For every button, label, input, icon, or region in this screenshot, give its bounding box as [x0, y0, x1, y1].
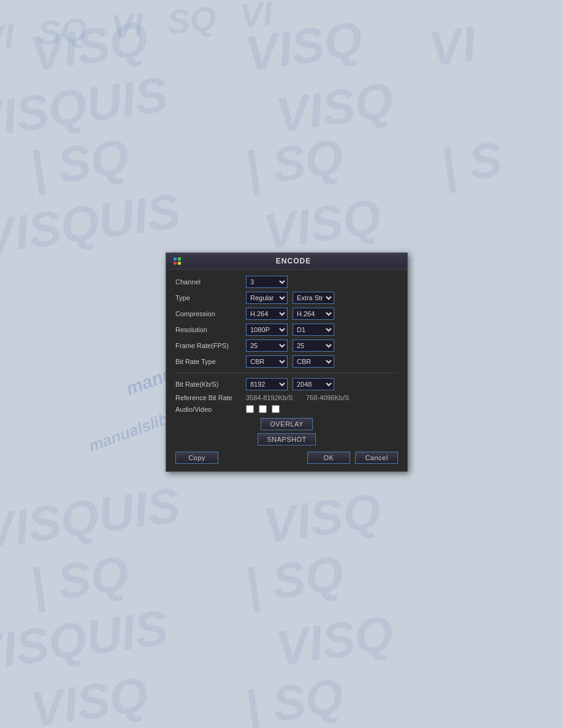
ref-bit-rate-row: Reference Bit Rate 3584-8192Kb/S 768-409… [175, 394, 398, 401]
bit-rate-type-select-left[interactable]: CBR VBR [246, 355, 288, 368]
audio-video-row: Audio/Video [175, 405, 398, 413]
bit-rate-type-select-right[interactable]: CBR VBR [293, 355, 334, 368]
audio-video-checkboxes [246, 405, 280, 413]
svg-rect-0 [174, 257, 177, 260]
dialog-body: Channel 3 1 2 4 Type Regular Motion Alar… [166, 270, 407, 471]
bit-rate-select-right[interactable]: 2048 1024 512 256 [293, 378, 334, 390]
bottom-left: Copy [175, 452, 307, 464]
type-select-right[interactable]: Extra Stream1 Extra Stream2 [293, 292, 334, 304]
channel-controls: 3 1 2 4 [246, 276, 288, 288]
compression-select-right[interactable]: H.264 MJPEG [293, 308, 334, 320]
overlay-snapshot-buttons: OVERLAY SNAPSHOT [175, 418, 398, 446]
bit-rate-label: Bit Rate(Kb/S) [175, 381, 246, 388]
type-select-left[interactable]: Regular Motion Alarm [246, 292, 288, 304]
bit-rate-select-left[interactable]: 8192 6144 4096 2048 1024 512 [246, 378, 288, 390]
dialog-titlebar: ENCODE [166, 253, 407, 270]
frame-rate-row: Frame Rate(FPS) 25 20 15 10 5 1 25 20 15… [175, 339, 398, 352]
resolution-select-right[interactable]: D1 CIF QCIF [293, 324, 334, 336]
overlay-button[interactable]: OVERLAY [261, 418, 313, 430]
bit-rate-type-row: Bit Rate Type CBR VBR CBR VBR [175, 355, 398, 368]
compression-controls: H.264 MJPEG H.264 MJPEG [246, 308, 334, 320]
resolution-row: Resolution 1080P 720P D1 CIF D1 CIF QCIF [175, 324, 398, 336]
ref-bit-rate-label: Reference Bit Rate [175, 394, 246, 401]
frame-rate-select-right[interactable]: 25 20 15 10 5 1 [293, 339, 334, 352]
frame-rate-select-left[interactable]: 25 20 15 10 5 1 [246, 339, 288, 352]
compression-row: Compression H.264 MJPEG H.264 MJPEG [175, 308, 398, 320]
bottom-buttons: Copy OK Cancel [175, 449, 398, 464]
frame-rate-label: Frame Rate(FPS) [175, 342, 246, 349]
bit-rate-type-label: Bit Rate Type [175, 358, 246, 365]
snapshot-button[interactable]: SNAPSHOT [258, 433, 316, 446]
svg-rect-2 [174, 262, 177, 265]
channel-row: Channel 3 1 2 4 [175, 276, 398, 288]
divider [175, 373, 398, 373]
ok-button[interactable]: OK [307, 452, 350, 464]
frame-rate-controls: 25 20 15 10 5 1 25 20 15 10 5 1 [246, 339, 334, 352]
type-row: Type Regular Motion Alarm Extra Stream1 … [175, 292, 398, 304]
resolution-label: Resolution [175, 326, 246, 333]
channel-label: Channel [175, 278, 246, 286]
type-label: Type [175, 294, 246, 301]
ref-bit-rate-right: 768-4096Kb/S [306, 394, 361, 401]
resolution-controls: 1080P 720P D1 CIF D1 CIF QCIF [246, 324, 334, 336]
bottom-right: OK Cancel [307, 452, 398, 464]
audio-video-checkbox-right2[interactable] [272, 405, 280, 413]
ref-bit-rate-values: 3584-8192Kb/S 768-4096Kb/S [246, 394, 361, 401]
ref-bit-rate-left: 3584-8192Kb/S [246, 394, 301, 401]
encode-dialog: ENCODE Channel 3 1 2 4 Type Regular Moti… [166, 252, 408, 472]
dialog-title: ENCODE [186, 257, 401, 265]
compression-select-left[interactable]: H.264 MJPEG [246, 308, 288, 320]
bit-rate-type-controls: CBR VBR CBR VBR [246, 355, 334, 368]
svg-rect-3 [178, 262, 181, 265]
cancel-button[interactable]: Cancel [355, 452, 398, 464]
dialog-icon [172, 256, 182, 266]
audio-video-checkbox-left[interactable] [246, 405, 254, 413]
channel-select[interactable]: 3 1 2 4 [246, 276, 288, 288]
resolution-select-left[interactable]: 1080P 720P D1 CIF [246, 324, 288, 336]
copy-button[interactable]: Copy [175, 452, 218, 464]
type-controls: Regular Motion Alarm Extra Stream1 Extra… [246, 292, 334, 304]
audio-video-checkbox-right1[interactable] [259, 405, 267, 413]
audio-video-label: Audio/Video [175, 406, 246, 413]
bit-rate-row: Bit Rate(Kb/S) 8192 6144 4096 2048 1024 … [175, 378, 398, 390]
svg-rect-1 [178, 257, 181, 260]
bit-rate-controls: 8192 6144 4096 2048 1024 512 2048 1024 5… [246, 378, 334, 390]
compression-label: Compression [175, 310, 246, 317]
